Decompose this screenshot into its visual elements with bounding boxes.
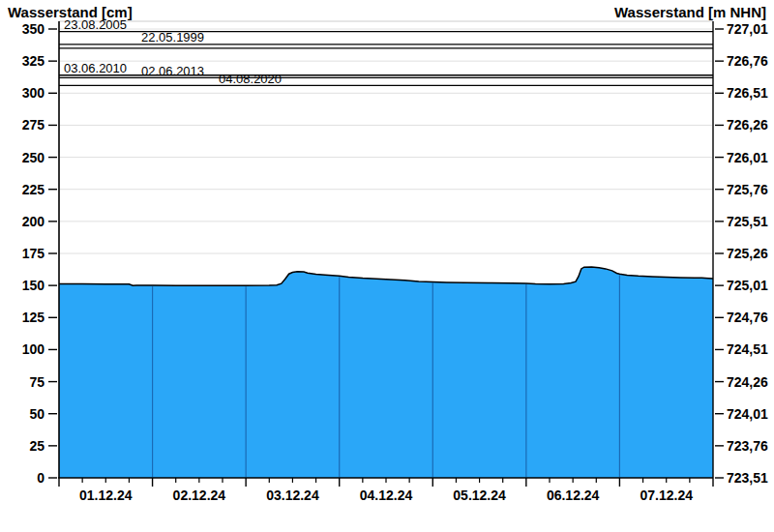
y-tick-label-left: 275	[22, 117, 45, 133]
x-tick-label: 01.12.24	[79, 488, 133, 503]
reference-line-label: 02.06.2013	[141, 64, 204, 78]
y-tick-label-left: 50	[29, 406, 45, 422]
y-tick-label-left: 125	[22, 310, 45, 325]
x-tick-label: 07.12.24	[640, 488, 693, 503]
y-tick-label-left: 350	[22, 21, 45, 37]
water-level-chart-page: Wasserstand [cm] Wasserstand [m NHN] 072…	[0, 0, 774, 532]
x-tick-label: 04.12.24	[360, 488, 413, 503]
y-tick-label-left: 150	[22, 278, 45, 293]
x-tick-label: 06.12.24	[547, 488, 600, 503]
y-tick-label-right: 725,01	[727, 278, 768, 293]
reference-line-label: 23.08.2005	[64, 17, 127, 32]
y-tick-label-right: 724,51	[727, 341, 768, 357]
water-level-chart: 0723,5125723,7650724,0175724,26100724,51…	[0, 0, 774, 532]
y-tick-label-right: 726,51	[727, 85, 768, 101]
reference-line-label: 04.08.2020	[219, 72, 282, 86]
y-tick-label-right: 726,76	[727, 53, 768, 69]
y-tick-label-right: 726,01	[727, 150, 768, 165]
y-tick-label-left: 0	[37, 470, 45, 486]
water-area-fill	[59, 267, 713, 478]
y-tick-label-right: 725,26	[727, 246, 768, 261]
y-tick-label-right: 724,76	[727, 310, 768, 325]
reference-line-label: 03.06.2010	[64, 61, 127, 75]
y-tick-label-right: 725,51	[727, 214, 768, 229]
y-tick-label-left: 250	[22, 150, 45, 165]
y-tick-label-right: 727,01	[727, 21, 768, 37]
y-tick-label-left: 100	[22, 341, 45, 357]
y-tick-label-left: 25	[29, 438, 45, 454]
y-tick-label-left: 175	[22, 246, 45, 261]
y-tick-label-left: 225	[22, 182, 45, 197]
y-tick-label-right: 723,76	[727, 438, 768, 454]
reference-line-label: 22.05.1999	[141, 30, 204, 44]
x-tick-label: 03.12.24	[266, 488, 319, 503]
y-tick-label-left: 75	[29, 374, 45, 390]
y-tick-label-left: 300	[22, 85, 45, 101]
y-tick-label-right: 723,51	[727, 470, 768, 486]
y-tick-label-left: 325	[22, 53, 45, 69]
y-tick-label-left: 200	[22, 214, 45, 229]
x-tick-label: 02.12.24	[173, 488, 226, 503]
y-tick-label-right: 724,01	[727, 406, 768, 422]
x-tick-label: 05.12.24	[453, 488, 506, 503]
y-tick-label-right: 725,76	[727, 182, 768, 197]
y-tick-label-right: 724,26	[727, 374, 768, 390]
y-tick-label-right: 726,26	[727, 117, 768, 133]
